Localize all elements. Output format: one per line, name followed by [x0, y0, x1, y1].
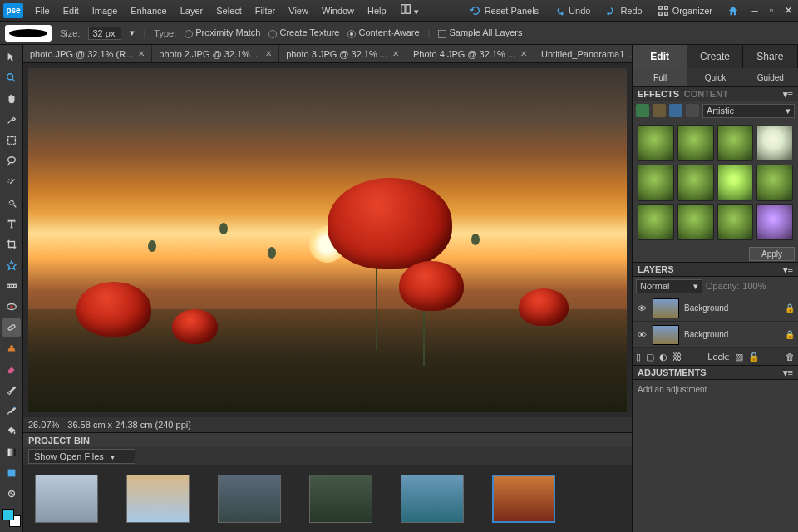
quick-selection-tool[interactable] — [2, 194, 21, 212]
brush-tool[interactable] — [2, 381, 21, 399]
eraser-tool[interactable] — [2, 360, 21, 378]
fx-filter-icon[interactable] — [636, 104, 649, 117]
visibility-icon[interactable]: 👁 — [636, 303, 648, 314]
cookie-cutter-tool[interactable] — [2, 256, 21, 274]
redo-button[interactable]: Redo — [599, 2, 648, 19]
menu-help[interactable]: Help — [361, 2, 393, 19]
type-tool[interactable] — [2, 214, 21, 233]
content-tab[interactable]: CONTENT — [684, 89, 728, 99]
fx-filter-icon[interactable] — [669, 104, 682, 117]
bin-thumbnail[interactable] — [401, 475, 464, 523]
layer-thumbnail[interactable] — [653, 325, 679, 345]
straighten-tool[interactable] — [2, 277, 21, 295]
restore-button[interactable]: ▫ — [765, 5, 778, 17]
gradient-tool[interactable] — [2, 443, 21, 461]
effect-thumbnail[interactable] — [638, 125, 674, 161]
canvas-area[interactable] — [23, 63, 632, 417]
fx-filter-icon[interactable] — [653, 104, 666, 117]
blend-mode-dropdown[interactable]: Normal▾ — [636, 279, 702, 293]
zoom-tool[interactable] — [2, 69, 21, 87]
menu-edit[interactable]: Edit — [57, 2, 86, 19]
panel-menu-icon[interactable]: ▾≡ — [783, 367, 793, 378]
effect-thumbnail[interactable] — [717, 165, 754, 201]
layer-row[interactable]: 👁Background🔒 — [633, 322, 798, 348]
effect-thumbnail[interactable] — [677, 165, 714, 201]
bin-thumbnail[interactable] — [35, 475, 98, 523]
content-aware-radio[interactable]: Content-Aware — [347, 27, 419, 37]
arrange-documents-button[interactable]: ▾ — [393, 0, 426, 21]
effect-thumbnail[interactable] — [756, 165, 793, 201]
close-button[interactable]: ✕ — [781, 5, 795, 17]
shape-tool[interactable] — [2, 464, 21, 482]
effect-thumbnail[interactable] — [717, 204, 754, 241]
layer-group-icon[interactable]: ▢ — [646, 352, 654, 362]
layer-thumbnail[interactable] — [653, 298, 679, 318]
new-layer-icon[interactable]: ▯ — [636, 352, 641, 362]
effects-tab[interactable]: EFFECTS — [638, 89, 679, 99]
proximity-match-radio[interactable]: Proximity Match — [185, 27, 260, 37]
link-layers-icon[interactable]: ⛓ — [672, 352, 682, 362]
fx-filter-icon[interactable] — [686, 104, 699, 117]
red-eye-tool[interactable] — [2, 298, 21, 316]
mode-tab-share[interactable]: Share — [743, 45, 798, 68]
hand-tool[interactable] — [2, 90, 21, 108]
brush-size-input[interactable] — [88, 27, 121, 40]
document-tab[interactable]: photo 3.JPG @ 32.1% ...✕ — [279, 45, 406, 62]
zoom-level[interactable]: 26.07% — [28, 420, 59, 430]
bin-thumbnail[interactable] — [309, 475, 372, 523]
lock-all-icon[interactable]: 🔒 — [748, 352, 760, 362]
close-tab-icon[interactable]: ✕ — [392, 49, 399, 58]
effect-thumbnail[interactable] — [756, 204, 793, 241]
bin-thumbnail[interactable] — [492, 475, 555, 523]
effect-thumbnail[interactable] — [638, 204, 674, 241]
effect-thumbnail[interactable] — [717, 125, 754, 161]
menu-filter[interactable]: Filter — [249, 2, 282, 19]
reset-panels-button[interactable]: Reset Panels — [464, 2, 544, 19]
document-tab[interactable]: photo 2.JPG @ 32.1% ...✕ — [152, 45, 279, 62]
delete-layer-icon[interactable]: 🗑 — [786, 352, 795, 362]
paint-bucket-tool[interactable] — [2, 422, 21, 441]
effect-thumbnail[interactable] — [756, 125, 793, 161]
organizer-button[interactable]: Organizer — [652, 2, 718, 19]
effect-thumbnail[interactable] — [677, 125, 714, 161]
menu-image[interactable]: Image — [86, 2, 125, 19]
adjustments-panel[interactable]: Add an adjustment — [633, 380, 798, 532]
magic-wand-tool[interactable] — [2, 173, 21, 191]
eyedropper-tool[interactable] — [2, 111, 21, 129]
minimize-button[interactable]: – — [748, 5, 761, 17]
close-tab-icon[interactable]: ✕ — [520, 49, 527, 58]
menu-enhance[interactable]: Enhance — [124, 2, 173, 19]
bin-thumbnail[interactable] — [218, 475, 281, 523]
mode-tab-create[interactable]: Create — [687, 45, 742, 68]
panel-menu-icon[interactable]: ▾≡ — [783, 264, 793, 275]
submode-full[interactable]: Full — [633, 68, 687, 86]
crop-tool[interactable] — [2, 235, 21, 254]
color-swatch[interactable] — [2, 509, 21, 527]
mode-tab-edit[interactable]: Edit — [633, 45, 687, 68]
layer-row[interactable]: 👁Background🔒 — [633, 295, 798, 322]
home-button[interactable] — [722, 2, 745, 19]
document-tab[interactable]: photo.JPG @ 32.1% (R...✕ — [23, 45, 152, 62]
opacity-value[interactable]: 100% — [742, 281, 766, 291]
effect-thumbnail[interactable] — [677, 204, 714, 241]
document-tab[interactable]: Photo 4.JPG @ 32.1% ...✕ — [406, 45, 534, 62]
undo-button[interactable]: Undo — [548, 2, 596, 19]
visibility-icon[interactable]: 👁 — [636, 329, 648, 341]
smart-brush-tool[interactable] — [2, 401, 21, 420]
panel-menu-icon[interactable]: ▾≡ — [783, 89, 793, 100]
create-texture-radio[interactable]: Create Texture — [268, 27, 339, 37]
bin-thumbnail[interactable] — [126, 475, 190, 523]
project-bin-filter[interactable]: Show Open Files ▾ — [28, 449, 135, 464]
lasso-tool[interactable] — [2, 152, 21, 170]
size-dropdown-icon[interactable]: ▾ — [130, 27, 135, 38]
move-tool[interactable] — [2, 48, 21, 66]
document-tab[interactable]: Untitled_Panorama1 ...✕ — [534, 45, 632, 62]
lock-pixels-icon[interactable]: ▨ — [735, 352, 743, 362]
submode-quick[interactable]: Quick — [687, 68, 742, 86]
adjustment-layer-icon[interactable]: ◐ — [659, 352, 667, 362]
menu-file[interactable]: File — [28, 2, 57, 19]
effect-thumbnail[interactable] — [638, 165, 674, 201]
spot-healing-tool[interactable] — [2, 318, 21, 337]
brush-preview[interactable] — [5, 25, 52, 42]
menu-select[interactable]: Select — [209, 2, 249, 19]
